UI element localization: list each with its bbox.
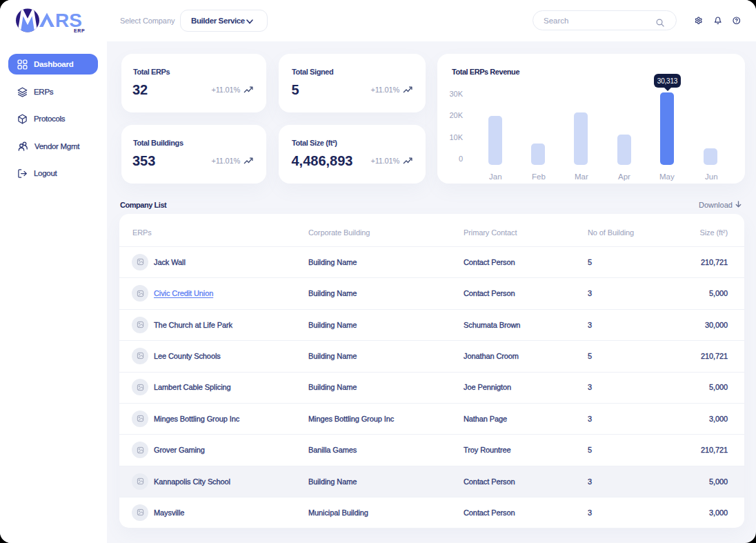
- svg-text:ERP: ERP: [74, 28, 85, 33]
